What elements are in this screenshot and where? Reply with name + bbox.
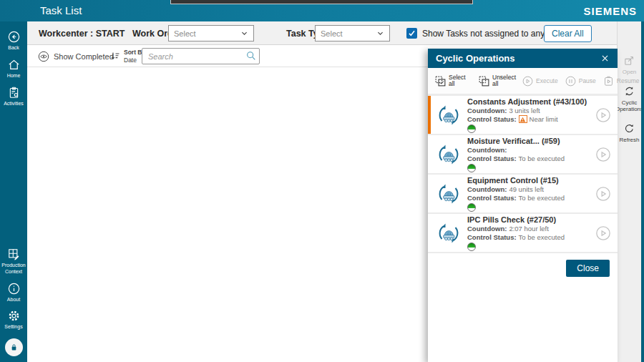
task-type-select[interactable]: Select (315, 25, 390, 41)
select-all-button[interactable]: Select all (434, 74, 472, 87)
filter-bar: Workcenter : START Work Order Select Tas… (27, 21, 617, 45)
control-status-label: Control Status: (467, 194, 517, 202)
cyclic-machine-icon (436, 181, 462, 207)
sidebar-item-home[interactable]: Home (0, 58, 27, 79)
grid-pencil-icon (7, 248, 21, 261)
sidebar-item-label: Activities (3, 101, 24, 107)
operation-details: Equipment Control (#15) Countdown:49 uni… (467, 176, 595, 212)
selected-indicator (428, 96, 431, 134)
search-field-wrap (142, 48, 260, 64)
status-green-indicator (467, 164, 476, 172)
control-status-label: Control Status: (467, 155, 517, 163)
cyclic-machine-icon (436, 142, 462, 167)
refresh-icon (623, 122, 635, 134)
run-operation-button[interactable] (595, 225, 611, 241)
operation-title: Constants Adjustment (#43/100) (467, 97, 595, 107)
countdown-label: Countdown: (467, 146, 507, 155)
close-icon[interactable] (600, 54, 610, 63)
screen-share-bar (170, 0, 473, 4)
sidebar-item-label: Cyclic Operations (615, 99, 643, 113)
sidebar-item-refresh[interactable]: Refresh (619, 122, 639, 144)
countdown-value: 49 units left (509, 185, 544, 194)
sidebar-item-label: Home (6, 73, 21, 79)
execute-button[interactable]: Execute (522, 75, 558, 87)
sidebar-item-about[interactable]: About (0, 282, 27, 303)
countdown-value: 2:07 hour left (509, 225, 548, 233)
task-type-select-value: Select (321, 29, 343, 38)
play-circle-icon (522, 75, 534, 87)
sidebar-item-settings[interactable]: Settings (0, 309, 27, 331)
sidebar-item-activities[interactable]: Activities (0, 86, 27, 107)
page-title: Task List (40, 4, 82, 16)
cyclic-operations-panel: Cyclic Operations Select all Unselect al… (428, 49, 618, 362)
lock-icon (9, 342, 19, 353)
operations-list: Constants Adjustment (#43/100) Countdown… (428, 94, 618, 253)
sidebar-item-label: About (6, 297, 21, 303)
panel-header: Cyclic Operations (428, 49, 618, 68)
operation-details: Constants Adjustment (#43/100) Countdown… (467, 97, 595, 133)
operation-row[interactable]: Moisture Verificat... (#59) Countdown: C… (428, 135, 618, 173)
pause-circle-icon (565, 75, 577, 87)
countdown-label: Countdown: (467, 225, 507, 233)
resume-button[interactable]: Resume (602, 75, 640, 87)
operation-row[interactable]: Equipment Control (#15) Countdown:49 uni… (428, 175, 618, 212)
back-icon (7, 30, 21, 44)
operation-row[interactable]: IPC Pills Check (#27/50) Countdown:2:07 … (428, 214, 618, 252)
control-status-value: To be executed (519, 155, 565, 163)
workcenter-label: Workcenter : START (39, 21, 125, 45)
siemens-logo: SIEMENS (583, 5, 637, 17)
run-operation-button[interactable] (595, 186, 611, 202)
app-window: Task List SIEMENS EX Back Home Activitie… (0, 0, 644, 362)
right-edge-strip (641, 21, 644, 362)
resume-icon (602, 75, 615, 87)
status-green-indicator (467, 203, 476, 212)
operation-title: Equipment Control (#15) (467, 176, 595, 185)
search-input[interactable] (142, 48, 260, 64)
unselect-all-button[interactable]: Unselect all (478, 74, 515, 87)
show-completed-label: Show Completed (54, 52, 114, 61)
sort-control[interactable]: Sort By Date (109, 45, 145, 67)
info-icon (7, 282, 21, 295)
operation-title: Moisture Verificat... (#59) (467, 137, 595, 146)
sidebar-item-label: Back (7, 45, 20, 52)
run-operation-button[interactable] (595, 107, 611, 123)
chevron-down-icon (240, 29, 248, 37)
select-all-icon (434, 75, 447, 87)
sidebar-item-open[interactable]: Open (623, 54, 637, 76)
search-icon[interactable] (245, 50, 257, 62)
eye-icon (37, 50, 50, 63)
pause-button[interactable]: Pause (565, 75, 596, 87)
work-order-select[interactable]: Select (168, 25, 254, 41)
clear-all-button[interactable]: Clear All (544, 25, 592, 42)
sidebar-item-production-context[interactable]: Production Context (0, 248, 27, 275)
status-green-indicator (467, 124, 476, 133)
panel-empty-area (428, 283, 618, 362)
countdown-label: Countdown: (467, 185, 507, 194)
countdown-value: 3 units left (509, 107, 540, 115)
control-status-label: Control Status: (467, 233, 517, 242)
chevron-down-icon (376, 29, 384, 37)
user-avatar[interactable] (5, 338, 23, 356)
home-icon (7, 58, 21, 72)
run-operation-button[interactable] (595, 147, 611, 162)
clipboard-icon (7, 86, 21, 99)
panel-title: Cyclic Operations (436, 53, 515, 64)
warning-icon (519, 115, 527, 123)
control-status-label: Control Status: (467, 115, 517, 124)
show-tasks-checkbox[interactable] (406, 28, 417, 39)
countdown-label: Countdown: (467, 107, 507, 115)
operation-row[interactable]: Constants Adjustment (#43/100) Countdown… (428, 96, 618, 134)
sort-descending-icon (109, 50, 122, 62)
sidebar-item-cyclic-operations[interactable]: Cyclic Operations (615, 85, 643, 113)
cyclic-machine-icon (436, 102, 462, 128)
panel-footer: Close (428, 253, 618, 283)
sidebar-item-label: Production Context (0, 263, 27, 275)
control-status-value: To be executed (519, 194, 565, 202)
unselect-all-icon (478, 75, 490, 87)
operation-details: IPC Pills Check (#27/50) Countdown:2:07 … (467, 215, 595, 251)
operation-title: IPC Pills Check (#27/50) (467, 215, 595, 225)
show-completed-toggle[interactable]: Show Completed (37, 45, 114, 67)
sidebar-item-back[interactable]: Back (0, 30, 27, 52)
left-sidebar: Back Home Activities Production Context … (0, 21, 27, 362)
close-button[interactable]: Close (566, 260, 610, 277)
